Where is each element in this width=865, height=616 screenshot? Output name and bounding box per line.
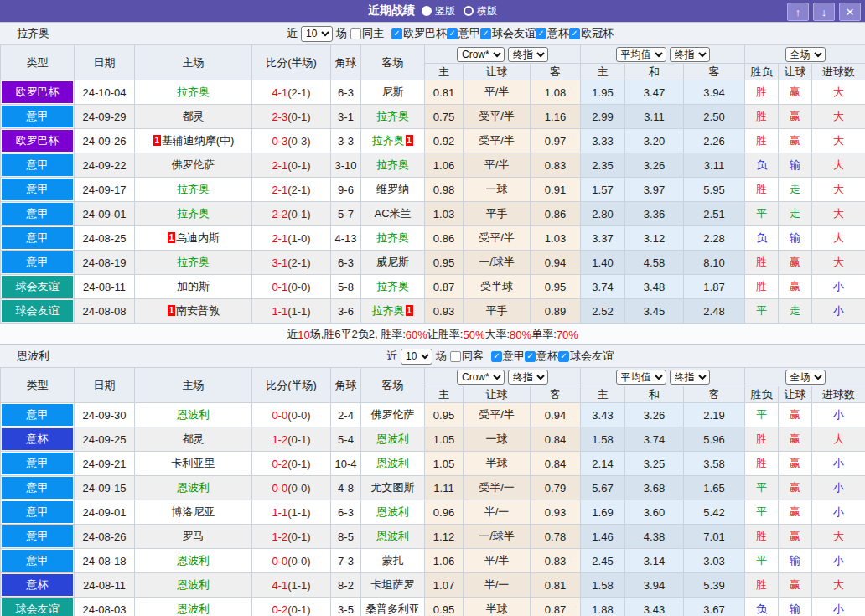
away-team-name: AC米兰 (374, 207, 411, 220)
rank-1-badge: 1 (168, 232, 175, 243)
match-row: 意甲24-09-30恩波利0-0(0-0)2-4佛罗伦萨0.95受平/半0.94… (1, 403, 865, 427)
fulltime-score: 0-3 (272, 135, 287, 148)
league-filter-欧冠杯[interactable]: ✓欧冠杯 (569, 26, 614, 41)
layout-radio-竖版[interactable]: 竖版 (422, 4, 455, 18)
avg-away-odds: 3.58 (684, 452, 745, 476)
match-row: 球会友谊24-08-11加的斯0-1(0-0)5-8拉齐奥0.87受半球0.95… (1, 275, 865, 299)
checkbox-icon[interactable]: ✓ (447, 28, 458, 39)
checkbox-icon[interactable] (350, 28, 361, 39)
league-badge: 球会友谊 (2, 300, 73, 322)
league-filter-球会友谊[interactable]: ✓球会友谊 (558, 349, 614, 364)
fulltime-score: 0-0 (272, 409, 287, 422)
checkbox-icon[interactable]: ✓ (558, 351, 569, 362)
result-handicap: 走 (779, 202, 812, 226)
avg-draw-odds: 4.38 (625, 525, 684, 549)
league-filter-意甲[interactable]: ✓意甲 (491, 349, 525, 364)
league-badge: 意甲 (2, 477, 73, 499)
subheader-result-handicap: 让球 (779, 64, 812, 80)
average-time-select[interactable]: 终指 (670, 47, 710, 62)
average-time-select[interactable]: 终指 (670, 370, 710, 385)
corner-cell: 8-5 (331, 525, 361, 549)
home-team-name: 博洛尼亚 (172, 505, 215, 518)
handicap-line: 受平/半 (464, 226, 531, 251)
odds-company-select[interactable]: Crow* (457, 370, 505, 385)
league-filter-意甲[interactable]: ✓意甲 (447, 26, 480, 41)
fulltime-score: 2-1 (272, 159, 287, 172)
league-filter-意杯[interactable]: ✓意杯 (525, 349, 558, 364)
halftime-score: (0-3) (287, 135, 310, 148)
summary-segment: 让胜率: (427, 327, 464, 342)
radio-icon[interactable] (422, 6, 432, 16)
away-team-name: 威尼斯 (376, 256, 409, 268)
handicap-home-odds: 0.93 (425, 299, 464, 324)
avg-draw-odds: 3.11 (625, 105, 684, 129)
handicap-away-odds: 0.84 (531, 427, 581, 452)
league-badge: 意甲 (2, 154, 73, 176)
same-venue-filter[interactable]: 同客 (450, 349, 484, 364)
avg-draw-odds: 3.60 (625, 500, 684, 525)
match-row: 意甲24-09-01拉齐奥2-2(0-1)5-7AC米兰1.03平手0.862.… (1, 202, 865, 226)
filter-recent-label: 近 (287, 26, 298, 41)
move-up-button[interactable]: ↑ (787, 3, 809, 21)
fulltime-score: 2-1 (272, 184, 287, 196)
odds-company-select[interactable]: Crow* (457, 47, 505, 62)
col-header-away: 客场 (361, 368, 425, 403)
league-type-cell: 意甲 (1, 226, 75, 251)
away-team-name: 佛罗伦萨 (371, 408, 415, 421)
result-goals: 小 (812, 403, 865, 427)
checkbox-icon[interactable]: ✓ (391, 28, 402, 39)
avg-away-odds: 8.10 (684, 251, 745, 275)
checkbox-icon[interactable]: ✓ (536, 28, 546, 39)
average-select[interactable]: 平均值 (616, 370, 666, 385)
league-filter-球会友谊[interactable]: ✓球会友谊 (480, 26, 536, 41)
scope-select[interactable]: 全场 (785, 370, 826, 385)
filter-controls: 近 10 场 同主 ✓欧罗巴杯✓意甲✓球会友谊✓意杯✓欧冠杯 (287, 26, 614, 42)
halftime-score: (2-1) (287, 184, 310, 196)
checkbox-icon[interactable]: ✓ (480, 28, 491, 39)
checkbox-icon[interactable]: ✓ (525, 351, 536, 362)
filter-matches-label: 场 (336, 26, 347, 41)
scope-group-header: 全场 (745, 45, 865, 64)
result-handicap: 输 (779, 598, 812, 616)
close-button[interactable]: ✕ (839, 3, 861, 21)
avg-away-odds: 2.50 (684, 105, 745, 129)
result-handicap: 赢 (779, 275, 812, 299)
corner-cell: 5-8 (331, 275, 361, 299)
handicap-home-odds: 0.95 (425, 598, 464, 616)
match-count-select[interactable]: 10 (301, 26, 333, 42)
league-badge: 意甲 (2, 453, 73, 474)
league-badge: 欧罗巴杯 (2, 81, 73, 103)
match-count-select[interactable]: 10 (401, 349, 432, 365)
panel-title: 近期战绩 (368, 3, 415, 18)
handicap-away-odds: 1.03 (531, 226, 581, 251)
date-cell: 24-08-26 (75, 525, 135, 549)
checkbox-icon[interactable] (450, 351, 461, 362)
layout-radio-横版[interactable]: 横版 (464, 4, 497, 18)
league-type-cell: 球会友谊 (1, 598, 75, 616)
home-team-cell: 1南安普敦 (135, 299, 252, 324)
odds-time-select[interactable]: 终指 (508, 47, 548, 62)
checkbox-icon[interactable]: ✓ (569, 28, 580, 39)
handicap-home-odds: 1.06 (425, 153, 464, 178)
checkbox-icon[interactable]: ✓ (491, 351, 502, 362)
date-cell: 24-09-29 (75, 105, 135, 129)
handicap-line: 半/一 (464, 500, 531, 525)
result-handicap: 赢 (779, 80, 812, 105)
score-cell: 2-1(1-0) (252, 226, 331, 251)
move-down-button[interactable]: ↓ (813, 3, 835, 21)
result-handicap: 走 (779, 299, 812, 324)
result-outcome: 胜 (745, 573, 779, 598)
league-type-cell: 意甲 (1, 153, 75, 178)
subheader-avg-home: 主 (581, 64, 625, 80)
home-team-cell: 加的斯 (135, 275, 252, 299)
league-filter-意杯[interactable]: ✓意杯 (536, 26, 569, 41)
same-venue-label: 同主 (362, 26, 384, 41)
same-venue-filter[interactable]: 同主 (350, 26, 384, 41)
average-select[interactable]: 平均值 (616, 47, 666, 62)
team-name: 拉齐奥 (17, 26, 49, 41)
radio-icon[interactable] (464, 6, 474, 16)
odds-time-select[interactable]: 终指 (508, 370, 548, 385)
home-team-name: 恩波利 (177, 408, 210, 421)
league-filter-欧罗巴杯[interactable]: ✓欧罗巴杯 (391, 26, 447, 41)
scope-select[interactable]: 全场 (785, 47, 826, 62)
